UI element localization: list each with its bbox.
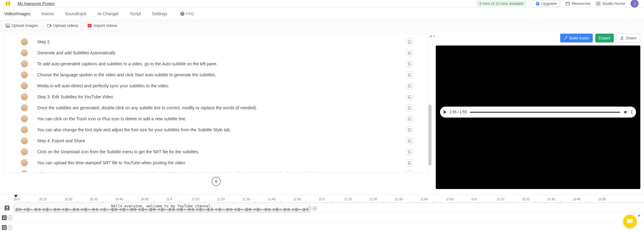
share-button[interactable]: Share [616,34,640,42]
script-row[interactable]: Media.io will auto-detect and perfectly … [4,80,428,91]
voice-avatar[interactable] [21,104,28,111]
upgrade-button[interactable]: Upgrade [532,0,560,7]
timeline-ruler[interactable]: |0:0|0:10|0:20|0:30|0:40|0:50|1:0|1:10|1… [14,196,644,203]
play-icon[interactable] [444,110,446,114]
svg-rect-5 [596,2,598,3]
tab-settings[interactable]: Settings [151,8,169,19]
progress-bar[interactable] [470,112,620,113]
regenerate-button[interactable] [406,82,413,89]
clip-add-button[interactable]: + [313,206,317,211]
regenerate-button[interactable] [406,71,413,78]
add-script-button[interactable] [212,177,221,186]
home-icon [596,2,600,6]
timeline-nav-right[interactable]: ► [637,213,642,218]
import-videos-label: Import videos [94,23,117,28]
ruler-mark: |0:0 [14,197,20,201]
script-row[interactable]: Step 2. [4,36,428,47]
svg-rect-8 [599,4,600,5]
script-row[interactable]: Click on the Download icon from the Subt… [4,146,428,157]
image-add-button[interactable]: + [8,225,13,230]
voice-avatar[interactable] [21,148,28,155]
regenerate-button[interactable] [406,104,413,111]
regenerate-button[interactable] [406,170,413,173]
main-tabs: Video/Images Voices Soundtrack AI Change… [0,7,644,20]
script-text[interactable]: Media.io will auto-detect and perfectly … [37,83,397,88]
tab-soundtrack[interactable]: Soundtrack [64,8,88,19]
voice-avatar[interactable] [21,126,28,133]
ruler-mark: |0:20 [65,197,72,201]
tab-voices[interactable]: Voices [40,8,55,19]
volume-icon[interactable] [623,110,628,115]
build-audio-label: Build Audio [569,36,589,40]
script-text[interactable]: To add auto-generated captions and subti… [37,61,397,66]
voice-avatar[interactable] [21,71,28,78]
script-row[interactable]: Generate and add Subtitles Automatically [4,47,428,58]
voice-avatar[interactable] [21,49,28,56]
voice-avatar[interactable] [21,38,28,46]
script-text[interactable]: You can click on the Trash icon or Plus … [37,116,397,121]
script-text[interactable]: Click on the Download icon from the Subt… [37,149,397,154]
script-row[interactable]: Step 4: Export and Share [4,135,428,146]
scrollbar[interactable] [428,104,431,166]
ruler-mark: |2:0 [319,197,324,201]
build-audio-button[interactable]: Build Audio [560,34,593,42]
script-row[interactable]: You can click on the Trash icon or Plus … [4,113,428,124]
voice-avatar[interactable] [21,159,28,166]
project-title[interactable]: My Awesome Project [18,1,55,6]
regenerate-button[interactable] [406,137,413,144]
clip-end-handle[interactable] [308,207,311,210]
regenerate-button[interactable] [406,126,413,133]
script-text[interactable]: Choose the language spoken in the video … [37,72,397,77]
regenerate-button[interactable] [406,148,413,155]
user-avatar[interactable]: J [631,0,639,8]
script-row[interactable]: Choose the language spoken in the video … [4,69,428,80]
script-text[interactable]: Step 4: Export and Share [37,138,397,143]
upload-images-button[interactable]: Upload images [5,23,38,28]
export-button[interactable]: Export [595,34,614,42]
regenerate-button[interactable] [406,159,413,166]
voice-avatar[interactable] [21,115,28,122]
tab-video-images[interactable]: Video/Images [3,8,31,19]
timeline-nav-left[interactable]: ◄ [1,213,5,218]
svg-point-19 [3,218,4,219]
regenerate-button[interactable] [406,93,413,100]
regenerate-button[interactable] [406,60,413,67]
script-text[interactable]: Once the subtitles are generated, double… [37,105,397,110]
script-row[interactable]: To add auto-generated captions and subti… [4,58,428,69]
regenerate-button[interactable] [406,38,413,45]
collapse-panel-icon[interactable]: « [433,34,435,38]
help-icon: ? [180,12,184,16]
voice-avatar[interactable] [21,137,28,144]
upload-videos-button[interactable]: Upload videos [47,23,78,28]
script-text[interactable]: You can upload this time-stamped SRT fil… [37,160,397,165]
script-text[interactable]: Step 3: Edit Subtitles for YouTube Video [37,94,397,99]
more-icon[interactable] [631,110,632,114]
svg-point-17 [631,113,632,114]
tab-ai-changer[interactable]: AI Changer [96,8,120,19]
voice-avatar[interactable] [21,93,28,100]
script-text[interactable]: Generate and add Subtitles Automatically [37,50,397,55]
import-icon [88,24,92,27]
import-videos-button[interactable]: Import videos [88,23,117,28]
audio-clip[interactable]: Hello everyone, welcome to my YouTube ch… [14,204,310,212]
regenerate-button[interactable] [406,115,413,122]
script-row[interactable]: Click the Export button to save the vide… [4,168,428,173]
chat-fab[interactable] [623,215,637,228]
voice-avatar[interactable] [21,60,28,67]
voice-avatar[interactable] [21,82,28,89]
script-text[interactable]: You can also change the font style and a… [37,127,397,132]
regenerate-button[interactable] [406,49,413,56]
ruler-mark: |3:10 [497,197,504,201]
script-row[interactable]: Step 3: Edit Subtitles for YouTube Video [4,91,428,102]
faq-link[interactable]: ? FAQ [180,11,194,16]
script-row[interactable]: You can upload this time-stamped SRT fil… [4,157,428,168]
resources-link[interactable]: Resources [566,1,591,6]
script-row[interactable]: Once the subtitles are generated, double… [4,102,428,113]
voice-avatar[interactable] [21,170,28,173]
script-row[interactable]: You can also change the font style and a… [4,124,428,135]
music-add-button[interactable]: + [8,215,13,220]
collapse-indicator[interactable]: ▲ [429,34,432,38]
script-text[interactable]: Step 2. [37,39,397,44]
studio-home-link[interactable]: Studio Home [596,1,625,6]
tab-script[interactable]: Script [129,8,142,19]
